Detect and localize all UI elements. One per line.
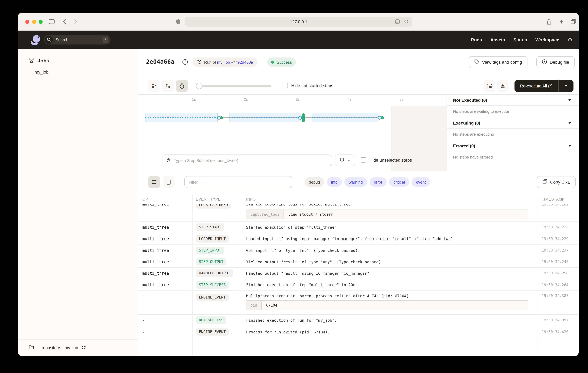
column-header-op: OP	[138, 195, 193, 204]
window-zoom-button[interactable]	[39, 20, 43, 24]
run-id: 2e04a66a	[146, 58, 174, 65]
sidebar-jobs-header: Jobs	[18, 49, 138, 64]
run-of-label: Run of	[204, 60, 217, 65]
privacy-shield-icon[interactable]	[176, 19, 181, 26]
share-icon[interactable]	[547, 19, 552, 26]
table-row[interactable]: multi_three HANDLED_OUTPUT Handled outpu…	[138, 268, 579, 279]
dagster-logo-icon[interactable]	[30, 34, 42, 46]
run-breadcrumb: Run of my_job @ f92d468a	[193, 57, 257, 67]
section-divider	[138, 171, 579, 171]
sidebar-item-my-job[interactable]: my_job	[35, 69, 138, 75]
reexecute-split-button: Re-execute All (*)	[514, 80, 574, 92]
op-selector-icon	[166, 157, 171, 163]
log-view-list-button[interactable]	[148, 176, 160, 188]
info-icon[interactable]	[182, 59, 188, 66]
copy-url-button[interactable]: Copy URL	[537, 176, 576, 188]
gantt-dotted-line	[145, 117, 218, 118]
reload-icon[interactable]	[404, 19, 409, 25]
sidebar-toggle-icon[interactable]	[49, 19, 55, 25]
zoom-slider-handle[interactable]	[196, 83, 202, 89]
log-level-chip-event[interactable]: event	[412, 177, 430, 187]
tag-icon	[474, 59, 479, 65]
table-row[interactable]: multi_three STEP_INPUT Got input "i" of …	[138, 245, 579, 256]
tab-overview-icon[interactable]	[571, 19, 576, 25]
eject-button[interactable]	[497, 80, 509, 92]
page-format-icon[interactable]	[395, 19, 400, 25]
hide-not-started-checkbox[interactable]	[283, 83, 288, 88]
window-close-button[interactable]	[25, 20, 29, 24]
hide-unselected-checkbox[interactable]	[361, 157, 366, 163]
gantt-success-dot[interactable]	[220, 116, 223, 119]
gantt-axis-label: 5s	[395, 97, 408, 102]
step-subset-input[interactable]	[174, 158, 328, 163]
address-bar[interactable]: 127.0.0.1	[185, 17, 412, 27]
global-search[interactable]: /	[44, 35, 111, 44]
log-view-raw-button[interactable]	[163, 176, 175, 188]
nav-assets[interactable]: Assets	[490, 37, 505, 42]
table-row[interactable]: multi_three LOADED_INPUT Loaded input "i…	[138, 233, 579, 245]
event-type-badge: LOADED_INPUT	[196, 235, 229, 242]
window-minimize-button[interactable]	[32, 20, 36, 24]
success-dot-icon	[271, 61, 274, 64]
table-row[interactable]: multi_three STEP_OUTPUT Yielded output "…	[138, 256, 579, 268]
gantt-marker-circle[interactable]	[298, 116, 302, 120]
panel-section-errored[interactable]: Errored (0)	[447, 140, 579, 152]
log-level-chip-debug[interactable]: debug	[304, 177, 324, 187]
log-level-chip-critical[interactable]: critical	[389, 177, 409, 187]
panel-section-executing[interactable]: Executing (0)	[447, 117, 579, 129]
event-type-badge: ENGINE_EVENT	[196, 294, 229, 301]
reload-repository-icon[interactable]	[81, 345, 86, 351]
log-level-chip-warning[interactable]: warning	[344, 177, 367, 187]
table-row[interactable]: multi_three STEP_SUCCESS Finished execut…	[138, 279, 579, 291]
snapshot-link[interactable]: f92d468a	[236, 60, 253, 65]
view-stdout-link[interactable]: View stdout / stderr	[284, 210, 338, 219]
back-icon[interactable]	[63, 19, 66, 25]
gantt-success-bar[interactable]	[302, 113, 305, 122]
view-mode-flat-button[interactable]	[148, 80, 160, 92]
search-icon	[45, 36, 53, 44]
view-mode-timed-button[interactable]	[176, 80, 188, 92]
panel-section-not-executed[interactable]: Not Executed (0)	[447, 95, 579, 106]
repository-name: __repository__my_job	[37, 345, 78, 350]
log-filter-field[interactable]	[184, 176, 292, 188]
job-link[interactable]: my_job	[217, 60, 230, 65]
gantt-axis-label: 1s	[188, 97, 200, 102]
nav-status[interactable]: Status	[514, 37, 527, 42]
event-type-badge: STEP_START	[196, 223, 224, 231]
log-level-chip-info[interactable]: info	[327, 177, 342, 187]
search-input[interactable]	[56, 37, 103, 42]
new-tab-icon[interactable]	[559, 20, 564, 25]
event-type-badge: HANDLED_OUTPUT	[196, 269, 233, 277]
gantt-success-dot[interactable]	[381, 116, 384, 119]
status-badge: Success	[267, 57, 296, 67]
clipboard-icon	[543, 179, 547, 185]
table-empty-area	[138, 338, 579, 356]
table-row[interactable]: - RUN_SUCCESS Finished execution of run …	[138, 315, 579, 326]
browser-window: 127.0.0.1	[18, 13, 579, 356]
nav-runs[interactable]: Runs	[471, 37, 482, 42]
forward-icon[interactable]	[74, 19, 77, 25]
view-tags-button[interactable]: View tags and config	[469, 56, 527, 68]
gear-icon[interactable]: ⚙	[568, 36, 573, 43]
nav-workspace[interactable]: Workspace	[536, 37, 559, 42]
graph-query-toggle-button[interactable]	[335, 154, 355, 166]
execution-status-panel: Not Executed (0) No steps are waiting to…	[447, 95, 579, 171]
step-subset-field[interactable]	[162, 154, 332, 166]
hide-not-started-label: Hide not started steps	[291, 83, 333, 88]
table-row[interactable]: multi_three LOGS_CAPTURED Started captur…	[138, 204, 579, 221]
reexecute-all-button[interactable]: Re-execute All (*)	[514, 80, 558, 92]
event-type-badge: LOGS_CAPTURED	[196, 204, 231, 208]
browser-chrome: 127.0.0.1	[18, 13, 579, 31]
table-row[interactable]: multi_three STEP_START Started execution…	[138, 221, 579, 233]
reexecute-dropdown-button[interactable]	[559, 80, 574, 92]
debug-file-button[interactable]: Debug file	[536, 56, 575, 68]
zoom-slider-track[interactable]	[199, 85, 271, 87]
log-level-chip-error[interactable]: error	[369, 177, 387, 187]
table-row[interactable]: - ENGINE_EVENT Multiprocess executor: pa…	[138, 291, 579, 315]
log-filter-input[interactable]	[189, 180, 288, 184]
view-mode-waterfall-button[interactable]	[162, 80, 174, 92]
table-row[interactable]: - ENGINE_EVENT Process for run exited (p…	[138, 326, 579, 338]
filter-steps-button[interactable]	[484, 80, 495, 92]
app-header: / Runs Assets Status Workspace ⚙	[18, 31, 579, 49]
chevron-down-icon	[565, 85, 568, 87]
